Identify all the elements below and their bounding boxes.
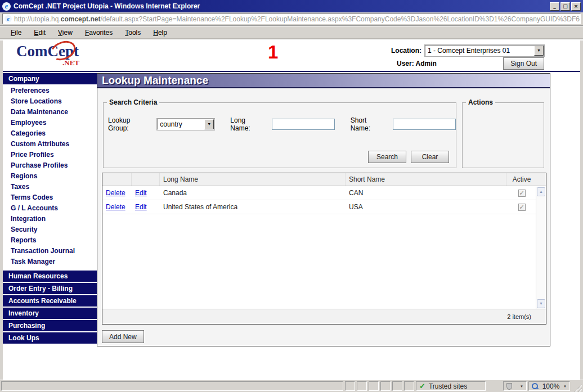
browser-window: e ComCept .NET Project Utopia - Windows … bbox=[0, 0, 583, 392]
chevron-down-icon[interactable]: ▼ bbox=[204, 119, 214, 129]
sidebar-item-transaction-journal[interactable]: Transaction Journal bbox=[3, 246, 97, 256]
item-count: 2 item(s) bbox=[507, 313, 531, 320]
sidebar-section-company[interactable]: Company bbox=[3, 73, 97, 84]
user-value: Admin bbox=[416, 60, 437, 67]
chevron-down-icon[interactable]: ▼ bbox=[534, 46, 544, 56]
sidebar-item-task-manager[interactable]: Task Manager bbox=[3, 256, 97, 267]
sidebar-item-custom-attributes[interactable]: Custom Attributes bbox=[3, 139, 97, 150]
grid-header-delete bbox=[102, 173, 132, 186]
annotation-1: 1 bbox=[268, 42, 278, 63]
delete-link[interactable]: Delete bbox=[106, 189, 125, 197]
status-pane bbox=[369, 381, 379, 391]
magnifier-icon bbox=[532, 383, 539, 390]
sidebar-item-terms-codes[interactable]: Terms Codes bbox=[3, 192, 97, 203]
sidebar-item-reports[interactable]: Reports bbox=[3, 235, 97, 246]
title-bar: e ComCept .NET Project Utopia - Windows … bbox=[0, 0, 583, 12]
sidebar-section-order-entry-billing[interactable]: Order Entry - Billing bbox=[3, 283, 97, 294]
menu-bar: File Edit View Favorites Tools Help bbox=[0, 26, 583, 39]
sidebar-item-categories[interactable]: Categories bbox=[3, 128, 97, 139]
window-right-edge bbox=[580, 40, 583, 380]
grid-header-short-name: Short Name bbox=[346, 173, 506, 186]
address-bar: e http://utopia.hq.comcept.net/default.a… bbox=[0, 12, 583, 26]
window-title: ComCept .NET Project Utopia - Windows In… bbox=[14, 2, 550, 10]
sidebar-item-purchase-profiles[interactable]: Purchase Profiles bbox=[3, 160, 97, 171]
shield-icon bbox=[506, 383, 512, 390]
table-row: Delete Edit United States of America USA… bbox=[102, 200, 546, 214]
sidebar-item-store-locations[interactable]: Store Locations bbox=[3, 96, 97, 107]
url-prefix: http://utopia.hq. bbox=[14, 15, 61, 23]
search-button[interactable]: Search bbox=[368, 151, 406, 163]
long-name-cell: United States of America bbox=[160, 201, 346, 213]
chevron-down-icon[interactable]: ▼ bbox=[563, 385, 567, 388]
edit-link[interactable]: Edit bbox=[135, 203, 147, 211]
edit-link[interactable]: Edit bbox=[135, 189, 147, 197]
chevron-down-icon[interactable]: ▼ bbox=[520, 385, 523, 388]
grid-scrollbar[interactable]: ▲ ▼ bbox=[536, 187, 545, 309]
clear-button[interactable]: Clear bbox=[411, 151, 449, 163]
check-icon: ✓ bbox=[419, 382, 425, 390]
sidebar-section-purchasing[interactable]: Purchasing bbox=[3, 320, 97, 331]
lookup-grid: Long Name Short Name Active Delete Edit … bbox=[102, 173, 546, 325]
sidebar-section-accounts-receivable[interactable]: Accounts Receivable bbox=[3, 295, 97, 307]
scroll-up-icon[interactable]: ▲ bbox=[537, 187, 545, 196]
protected-mode-pane[interactable]: ▼ bbox=[503, 381, 527, 391]
status-pane bbox=[345, 381, 355, 391]
minimize-button[interactable]: _ bbox=[550, 2, 559, 11]
security-zone-pane: ✓ Trusted sites bbox=[416, 381, 486, 391]
long-name-label: Long Name: bbox=[230, 116, 267, 132]
grid-header-row: Long Name Short Name Active bbox=[102, 173, 546, 186]
menu-help[interactable]: Help bbox=[147, 28, 173, 38]
grid-header-edit bbox=[132, 173, 160, 186]
scroll-down-icon[interactable]: ▼ bbox=[537, 299, 545, 308]
maximize-button[interactable]: □ bbox=[560, 2, 570, 11]
zoom-control-pane[interactable]: 100% ▼ bbox=[528, 381, 570, 391]
active-checkbox: ✓ bbox=[518, 204, 526, 211]
sidebar-item-regions[interactable]: Regions bbox=[3, 171, 97, 182]
close-button[interactable]: × bbox=[571, 2, 581, 11]
menu-view[interactable]: View bbox=[52, 28, 79, 38]
search-criteria-legend: Search Criteria bbox=[107, 98, 159, 106]
resize-grip[interactable] bbox=[573, 383, 582, 392]
sidebar-item-price-profiles[interactable]: Price Profiles bbox=[3, 150, 97, 160]
grid-footer: 2 item(s) bbox=[102, 309, 546, 324]
sidebar-item-security[interactable]: Security bbox=[3, 224, 97, 235]
url-domain: comcept.net bbox=[61, 15, 101, 23]
short-name-cell: USA bbox=[346, 201, 506, 213]
sidebar-section-inventory[interactable]: Inventory bbox=[3, 308, 97, 319]
grid-header-active: Active bbox=[506, 173, 537, 186]
lookup-group-select[interactable]: country ▼ bbox=[157, 119, 214, 130]
sidebar-section-human-resources[interactable]: Human Resources bbox=[3, 271, 97, 282]
sidebar-item-integration[interactable]: Integration bbox=[3, 214, 97, 224]
lookup-group-label: Lookup Group: bbox=[108, 116, 153, 132]
menu-tools[interactable]: Tools bbox=[119, 28, 147, 38]
sidebar-item-gl-accounts[interactable]: G / L Accounts bbox=[3, 203, 97, 214]
user-label: User: bbox=[397, 60, 414, 67]
sidebar-item-data-maintenance[interactable]: Data Maintenance bbox=[3, 107, 97, 118]
zoom-level: 100% bbox=[542, 382, 560, 390]
grid-header-long-name: Long Name bbox=[160, 173, 346, 186]
url-field[interactable]: e http://utopia.hq.comcept.net/default.a… bbox=[2, 13, 581, 24]
active-checkbox: ✓ bbox=[518, 190, 526, 197]
main-content: Lookup Maintenance Search Criteria Looku… bbox=[97, 73, 550, 346]
menu-edit[interactable]: Edit bbox=[28, 28, 52, 38]
long-name-input[interactable] bbox=[272, 119, 335, 130]
delete-link[interactable]: Delete bbox=[106, 203, 125, 211]
user-info: User: Admin bbox=[397, 60, 437, 67]
page-favicon-icon: e bbox=[5, 15, 12, 22]
menu-file[interactable]: File bbox=[5, 28, 28, 38]
security-zone-label: Trusted sites bbox=[429, 382, 467, 390]
sidebar-item-preferences[interactable]: Preferences bbox=[3, 85, 97, 96]
status-pane bbox=[357, 381, 367, 391]
location-label: Location: bbox=[391, 47, 421, 55]
page-area: ComCept .NET 1 Location: 1 - Comcept Ent… bbox=[0, 40, 583, 380]
sidebar-item-taxes[interactable]: Taxes bbox=[3, 182, 97, 192]
short-name-input[interactable] bbox=[393, 119, 456, 130]
sidebar-section-look-ups[interactable]: Look Ups bbox=[3, 332, 97, 344]
add-new-button[interactable]: Add New bbox=[102, 330, 144, 343]
sidebar-item-employees[interactable]: Employees bbox=[3, 118, 97, 128]
location-select[interactable]: 1 - Comcept Enterprises 01 ▼ bbox=[425, 45, 544, 56]
menu-favorites[interactable]: Favorites bbox=[79, 28, 119, 38]
sign-out-button[interactable]: Sign Out bbox=[503, 57, 544, 70]
grid-empty-area bbox=[102, 214, 546, 309]
short-name-cell: CAN bbox=[346, 187, 506, 199]
